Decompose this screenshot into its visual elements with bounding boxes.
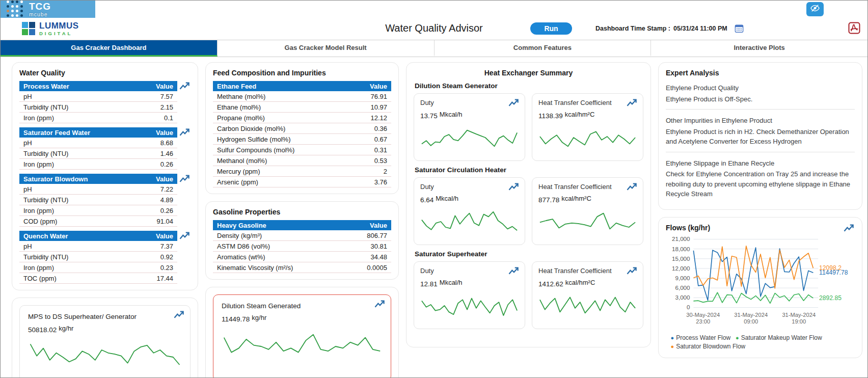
svg-text:12,000: 12,000 (672, 265, 690, 272)
kpi-card-duty: Duty12.81Mkcal/h (414, 261, 525, 329)
water-quality-panel: Water Quality Process WaterValuepH7.57Tu… (12, 62, 198, 290)
legend-dot-icon: ● (736, 335, 739, 341)
dashboard-content: Water Quality Process WaterValuepH7.57Tu… (1, 57, 867, 378)
trend-icon[interactable] (179, 174, 191, 183)
kpi-unit: kg/hr (59, 325, 73, 332)
table-row: Hydrogen Sulfide (mol%)0.67 (213, 134, 391, 145)
flows-panel: Flows (kg/hr) 03,0006,0009,00012,00015,0… (658, 217, 862, 358)
kpi-card-heat-transfer-coefficient: Heat Transfer Coefficient1412.62kcal/hm²… (532, 261, 643, 329)
hx-group-title: Dilution Steam Generator (415, 82, 643, 90)
table-header-name: Saturator Feed Water (19, 127, 111, 138)
heat-exchanger-panel: Heat Exchanger Summary Dilution Steam Ge… (406, 62, 651, 347)
trend-icon[interactable] (173, 310, 185, 319)
run-button[interactable]: Run (530, 22, 572, 35)
row-value: 0.0005 (316, 262, 391, 273)
legend-item-saturator-makeup-water-flow[interactable]: ●Saturator Makeup Water Flow (736, 334, 822, 342)
value-table-heavy-gasoline: Heavy GasolineValueDensity (kg/m³)806.77… (213, 220, 391, 273)
heat-exchanger-title: Heat Exchanger Summary (414, 69, 643, 77)
tab-common-features[interactable]: Common Features (435, 40, 652, 57)
kpi-value: 1138.39 (538, 112, 563, 120)
row-value: 7.22 (111, 184, 177, 195)
trend-icon[interactable] (179, 128, 191, 137)
trend-icon[interactable] (843, 224, 855, 233)
legend-dot-icon: ● (671, 335, 674, 341)
kpi-card-dilution-steam-generated: Dilution Steam Generated11449.78kg/hr (213, 294, 391, 378)
row-value: 0.26 (111, 159, 177, 170)
kpi-card-mps-to-ds-superheater-generator: MPS to DS Superheater/ Generator50818.02… (19, 305, 191, 378)
tab-gas-cracker-model-result[interactable]: Gas Cracker Model Result (218, 40, 435, 57)
row-value: 3.76 (316, 177, 391, 187)
row-label: Turbidity (NTU) (19, 102, 111, 113)
sparkline-chart (222, 326, 383, 360)
expert-heading: Ethylene Product Quality (666, 83, 855, 93)
hx-group-dilution-steam-generator: Dilution Steam GeneratorDuty13.75Mkcal/h… (414, 82, 643, 161)
tab-gas-cracker-dashboard[interactable]: Gas Cracker Dashboard (1, 40, 218, 57)
svg-text:09:00: 09:00 (744, 318, 758, 325)
divider (666, 152, 855, 152)
row-value: 0.53 (316, 155, 391, 166)
gasoline-properties-panel: Gasoline Properties Heavy GasolineValueD… (205, 201, 399, 280)
trend-icon[interactable] (626, 266, 638, 276)
row-label: Iron (ppm) (19, 262, 111, 273)
table-header-name: Saturator Blowdown (19, 174, 111, 184)
row-value: 0.23 (111, 262, 177, 273)
row-value: 2 (316, 166, 391, 177)
row-value: 0.36 (316, 123, 391, 134)
svg-text:15,000: 15,000 (672, 255, 690, 262)
table-header-name: Process Water (19, 81, 111, 91)
trend-icon[interactable] (508, 182, 520, 192)
feed-composition-title: Feed Composition and Impurities (213, 69, 391, 77)
trend-icon[interactable] (508, 98, 520, 107)
row-label: Arsenic (ppm) (213, 177, 316, 187)
flows-title: Flows (kg/hr) (666, 224, 839, 232)
title-bar: LUMMUS DIGITAL Water Quality Advisor Run… (1, 18, 867, 40)
expert-analysis-title: Expert Analysis (666, 69, 855, 77)
trend-icon[interactable] (508, 266, 520, 276)
row-value: 0.31 (316, 145, 391, 155)
value-table-saturator-blowdown: Saturator BlowdownValuepH7.22Turbidity (… (19, 174, 177, 227)
table-row: Turbidity (NTU)4.89 (19, 195, 177, 205)
hide-eye-button[interactable] (806, 2, 824, 16)
sparkline-chart (538, 207, 637, 235)
flows-legend: ●Process Water Flow●Saturator Makeup Wat… (671, 334, 850, 352)
row-label: Sulfur Compounds (mol%) (213, 145, 316, 155)
pdf-export-icon[interactable] (848, 22, 860, 36)
trend-icon[interactable] (179, 82, 191, 91)
eye-slash-icon (810, 3, 820, 15)
water-table-process-water: Process WaterValuepH7.57Turbidity (NTU)2… (19, 81, 191, 123)
tcg-logo-text: TCG (29, 2, 51, 11)
trend-icon[interactable] (626, 98, 638, 107)
table-row: Methanol (mol%)0.53 (213, 155, 391, 166)
flows-line-chart[interactable]: 03,0006,0009,00012,00015,00018,00021,000… (666, 234, 855, 332)
expert-heading: Ethylene Slippage in Ethane Recycle (666, 158, 855, 169)
row-label: Carbon Dioxide (mol%) (213, 123, 316, 134)
calendar-icon[interactable] (735, 24, 744, 33)
dilution-steam-flow-panel: Dilution Steam Generated11449.78kg/hr (205, 287, 399, 378)
row-label: Density (kg/m³) (213, 230, 316, 241)
table-row: Aromatics (wt%)34.48 (213, 252, 391, 262)
expert-heading: Other Impurities in Ethylene Product (666, 116, 855, 126)
table-row: ASTM D86 (vol%)30.81 (213, 241, 391, 252)
timestamp-label: Dashboard Time Stamp : (595, 25, 670, 32)
row-label: Kinematic Viscosity (m²/s) (213, 262, 316, 273)
table-row: COD (ppm)91.04 (19, 216, 177, 227)
row-label: pH (19, 241, 111, 252)
row-label: pH (19, 138, 111, 148)
row-label: Turbidity (NTU) (19, 195, 111, 205)
kpi-value: 13.75 (420, 112, 438, 120)
value-table-quench-water: Quench WaterValuepH7.37Turbidity (NTU)0.… (19, 231, 177, 284)
kpi-value: 877.78 (538, 196, 559, 204)
trend-icon[interactable] (374, 300, 386, 309)
tab-interactive-plots[interactable]: Interactive Plots (651, 40, 867, 57)
table-row: Iron (ppm)0.23 (19, 262, 177, 273)
kpi-unit: kcal/hm²C (565, 111, 595, 118)
row-label: Turbidity (NTU) (19, 252, 111, 262)
kpi-unit: Mkcal/h (440, 279, 463, 286)
table-row: Mercury (ppm)2 (213, 166, 391, 177)
row-label: COD (ppm) (19, 216, 111, 227)
legend-item-saturator-blowdown-flow[interactable]: ●Saturator Blowdown Flow (671, 342, 746, 351)
trend-icon[interactable] (626, 182, 638, 192)
legend-item-process-water-flow[interactable]: ●Process Water Flow (671, 334, 731, 342)
timestamp-value: 05/31/24 11:00 PM (673, 25, 727, 32)
trend-icon[interactable] (179, 231, 191, 240)
